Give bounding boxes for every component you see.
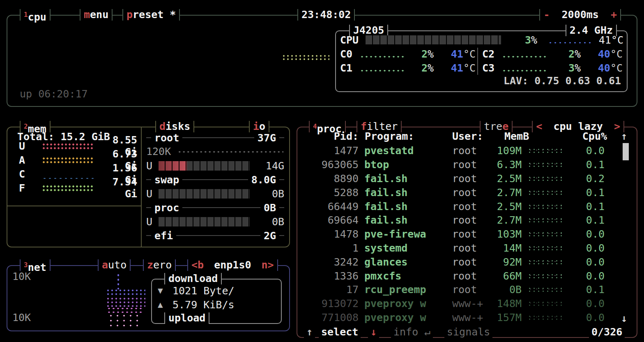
process-row[interactable]: 66449 fail.sh root 2.5M 0.1 xyxy=(303,199,620,213)
process-user: root xyxy=(452,201,489,213)
process-pid: 1478 xyxy=(303,228,359,240)
net-graph-spike xyxy=(116,273,121,289)
scroll-up-icon[interactable]: ↑ xyxy=(621,131,627,142)
process-cpu-graph xyxy=(527,148,564,153)
process-cpu: 0.2 xyxy=(572,173,605,185)
core-label: C2 xyxy=(482,48,502,60)
process-name: rcu_preemp xyxy=(364,284,446,296)
sort-next-button[interactable]: > xyxy=(614,120,620,132)
select-up-icon[interactable]: ↑ xyxy=(304,326,315,338)
process-row[interactable]: 8890 fail.sh root 2.5M 0.2 xyxy=(303,172,620,186)
process-row[interactable]: 69664 fail.sh root 2.7M 0.1 xyxy=(303,213,620,227)
process-user: root xyxy=(452,270,489,282)
iface-prev-button[interactable]: <b xyxy=(191,259,204,271)
process-pid: 913072 xyxy=(303,298,359,310)
process-name: fail.sh xyxy=(364,187,446,199)
tab-net[interactable]: 3net xyxy=(20,259,51,271)
process-row[interactable]: 3242 glances root 92M 0.0 xyxy=(303,255,620,269)
disk-efi-header: efi2G xyxy=(146,229,284,243)
cpu-cores-grid: C0 2% 41°C C1 2% 41°C C2 2% 40°C C3 3% 4… xyxy=(340,47,623,75)
process-row[interactable]: 1477 pvestatd root 109M 0.0 xyxy=(303,144,620,158)
scroll-down-icon[interactable]: ↓ xyxy=(621,312,627,324)
col-header-mem[interactable]: MemB xyxy=(504,131,529,142)
disk-root-used-bar xyxy=(159,161,250,171)
select-label[interactable]: select xyxy=(319,326,361,338)
process-mem: 109M xyxy=(495,145,522,157)
process-cpu: 0.1 xyxy=(572,214,605,226)
cpu-core-row: C3 3% 40°C xyxy=(482,61,623,75)
upload-label: upload xyxy=(164,312,209,324)
signals-button[interactable]: signals xyxy=(444,326,492,338)
process-pid: 1477 xyxy=(303,145,359,157)
process-cpu: 0.1 xyxy=(572,187,605,199)
process-row[interactable]: 1 systemd root 14M 0.0 xyxy=(303,241,620,255)
process-cpu-graph xyxy=(527,231,564,237)
process-mem: 157M xyxy=(495,312,522,324)
process-cpu: 0.1 xyxy=(572,159,605,171)
mem-panel-divider xyxy=(7,206,141,206)
process-user: root xyxy=(452,256,489,268)
process-user: root xyxy=(452,145,489,157)
process-cpu-graph xyxy=(527,301,564,306)
process-cpu: 0.0 xyxy=(572,242,605,254)
update-interval: - 2000ms + xyxy=(539,9,621,21)
interval-increase-button[interactable]: + xyxy=(611,9,617,21)
process-mem: 92M xyxy=(495,256,522,268)
load-average: LAV: 0.75 0.63 0.61 xyxy=(504,75,621,87)
mem-row: F 7.54 Gi xyxy=(19,181,137,195)
cpu-core-row: C2 2% 40°C xyxy=(482,47,623,61)
mem-row-label: C xyxy=(19,168,42,180)
process-mem: 14M xyxy=(495,242,522,254)
process-row[interactable]: 1478 pve-firewa root 103M 0.0 xyxy=(303,227,620,241)
process-row[interactable]: 17 rcu_preemp root 0B 0.1 xyxy=(303,283,620,297)
uptime: up 06:20:17 xyxy=(20,88,88,100)
info-button[interactable]: info ↵ xyxy=(391,326,433,338)
process-pid: 17 xyxy=(303,284,359,296)
core-label: C0 xyxy=(340,48,360,60)
process-user: root xyxy=(452,187,489,199)
disk-proc-header: proc0B xyxy=(146,201,284,215)
process-row[interactable]: 5288 fail.sh root 2.7M 0.1 xyxy=(303,185,620,199)
net-zero-toggle[interactable]: zero xyxy=(143,259,176,271)
net-interface-switcher[interactable]: <b enp1s0 n> xyxy=(187,259,278,271)
process-name: btop xyxy=(364,159,446,171)
process-row[interactable]: 771008 pveproxy w www-+ 157M 0.0 xyxy=(303,311,620,325)
col-header-user[interactable]: User: xyxy=(452,131,483,142)
iface-name: enp1s0 xyxy=(214,259,251,271)
tab-cpu[interactable]: 1cpu xyxy=(20,9,51,21)
select-down-icon[interactable]: ↓ xyxy=(368,326,379,338)
core-temp: 41°C xyxy=(434,48,476,60)
process-user: root xyxy=(452,159,489,171)
menu-button[interactable]: menu xyxy=(80,9,113,21)
iface-next-button[interactable]: n> xyxy=(262,259,274,271)
process-mem: 0B xyxy=(495,284,522,296)
download-label: download xyxy=(164,273,222,284)
mem-row-label: U xyxy=(19,140,42,152)
col-header-cpu[interactable]: Cpu% xyxy=(575,131,607,142)
net-auto-toggle[interactable]: auto xyxy=(98,259,131,271)
col-header-program[interactable]: Program: xyxy=(365,131,414,142)
process-name: pve-firewa xyxy=(364,228,446,240)
process-cpu-graph xyxy=(527,204,564,209)
process-mem: 103M xyxy=(495,228,522,240)
col-header-pid[interactable]: Pid: xyxy=(328,131,359,142)
disk-root-io-value: 120K xyxy=(146,146,171,157)
disk-proc-used-bar xyxy=(159,217,250,226)
process-cpu-graph xyxy=(527,287,564,292)
scrollbar-thumb[interactable] xyxy=(623,143,629,160)
mem-rows: U 8.55 Gi A 6.73 Gi C 1.36 Gi F 7.54 Gi xyxy=(19,139,137,195)
sort-prev-button[interactable]: < xyxy=(536,120,542,132)
interval-decrease-button[interactable]: - xyxy=(543,9,550,21)
preset-button[interactable]: preset * xyxy=(122,9,180,21)
process-name: fail.sh xyxy=(364,201,446,213)
process-row[interactable]: 913072 pveproxy w www-+ 148M 0.0 xyxy=(303,297,620,311)
mem-row-label: A xyxy=(19,154,42,166)
mem-row-graph xyxy=(42,177,94,180)
process-cpu: 0.0 xyxy=(572,228,605,240)
cpu-total-percent: 3% xyxy=(510,34,537,46)
process-name: glances xyxy=(364,256,446,268)
mem-row-graph xyxy=(42,143,94,150)
process-row[interactable]: 963065 btop root 6.3M 0.1 xyxy=(303,158,620,172)
process-row[interactable]: 1336 pmxcfs root 66M 0.0 xyxy=(303,269,620,283)
process-pid: 1336 xyxy=(303,270,359,282)
